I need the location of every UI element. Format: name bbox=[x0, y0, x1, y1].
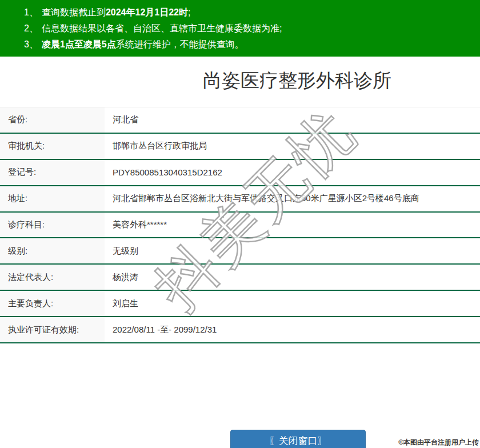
row-value: 杨洪涛 bbox=[105, 265, 480, 290]
row-label: 诊疗科目: bbox=[0, 213, 105, 238]
row-label: 审批机关: bbox=[0, 134, 105, 159]
license-detail-table: 省份: 河北省 审批机关: 邯郸市丛台区行政审批局 登记号: PDY850085… bbox=[0, 107, 480, 343]
row-value: 2022/08/11 -至- 2099/12/31 bbox=[105, 317, 480, 342]
table-row-person-in-charge: 主要负责人: 刘启生 bbox=[0, 291, 480, 317]
table-row-address: 地址: 河北省邯郸市丛台区浴新北大街与军供路交叉口东60米广星源小区2号楼46号… bbox=[0, 186, 480, 213]
table-row-registration-number: 登记号: PDY85008513040315D2162 bbox=[0, 160, 480, 186]
row-value: PDY85008513040315D2162 bbox=[105, 160, 480, 185]
page-content: 尚姿医疗整形外科诊所 省份: 河北省 审批机关: 邯郸市丛台区行政审批局 登记号… bbox=[0, 0, 480, 448]
row-value: 美容外科****** bbox=[105, 213, 480, 238]
table-row-legal-representative: 法定代表人: 杨洪涛 bbox=[0, 265, 480, 291]
page-title: 尚姿医疗整形外科诊所 bbox=[0, 68, 480, 94]
close-window-button[interactable]: 〖关闭窗口〗 bbox=[230, 430, 366, 448]
table-row-province: 省份: 河北省 bbox=[0, 107, 480, 134]
row-label: 级别: bbox=[0, 238, 105, 263]
query-result-page: 1、查询数据截止到2024年12月1日22时; 2、信息数据结果以各省、自治区、… bbox=[0, 0, 480, 448]
row-label: 主要负责人: bbox=[0, 291, 105, 316]
table-row-approval-authority: 审批机关: 邯郸市丛台区行政审批局 bbox=[0, 134, 480, 160]
row-value: 河北省邯郸市丛台区浴新北大街与军供路交叉口东60米广星源小区2号楼46号底商 bbox=[105, 186, 480, 211]
row-value: 无级别 bbox=[105, 238, 480, 263]
row-label: 执业许可证有效期: bbox=[0, 317, 105, 342]
copyright-notice: ©本图由平台注册用户上传 bbox=[398, 438, 479, 447]
row-label: 登记号: bbox=[0, 160, 105, 185]
row-value: 河北省 bbox=[105, 107, 480, 133]
row-label: 地址: bbox=[0, 186, 105, 211]
row-label: 法定代表人: bbox=[0, 265, 105, 290]
table-row-license-validity: 执业许可证有效期: 2022/08/11 -至- 2099/12/31 bbox=[0, 317, 480, 343]
table-row-medical-subjects: 诊疗科目: 美容外科****** bbox=[0, 213, 480, 239]
table-row-level: 级别: 无级别 bbox=[0, 238, 480, 265]
row-value: 刘启生 bbox=[105, 291, 480, 316]
row-label: 省份: bbox=[0, 107, 105, 133]
row-value: 邯郸市丛台区行政审批局 bbox=[105, 134, 480, 159]
